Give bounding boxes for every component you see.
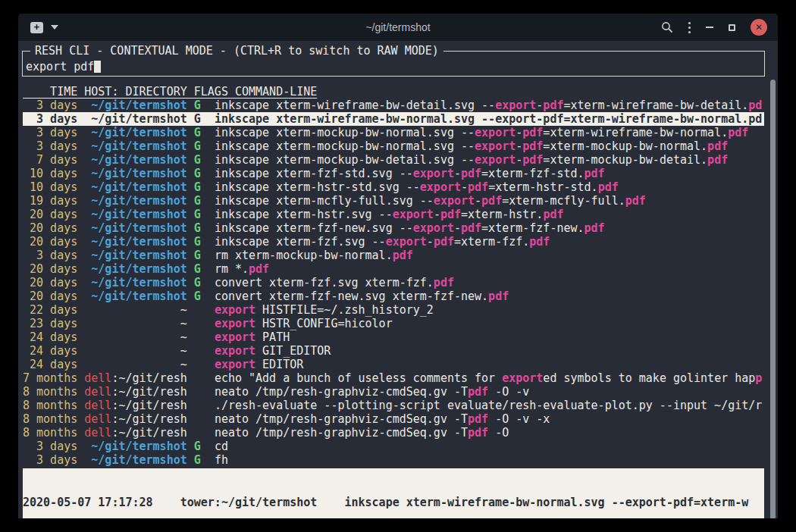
- restore-button[interactable]: [729, 24, 735, 31]
- history-row[interactable]: 24 days ~ export EDITOR: [23, 358, 764, 371]
- row-flags: G: [194, 235, 201, 249]
- row-directory: ~/git/termshot: [91, 289, 186, 303]
- row-directory: ~/git/termshot: [91, 235, 186, 249]
- row-flags: [194, 385, 201, 399]
- row-directory: ~/git/termshot: [91, 208, 186, 221]
- row-command: inkscape xterm-mockup-bw-normal.svg --ex…: [215, 126, 748, 139]
- row-time: 24 days: [23, 358, 77, 371]
- history-row[interactable]: 7 months dell:~/git/resh echo "Add a bun…: [23, 371, 764, 385]
- row-flags: G: [194, 453, 201, 467]
- row-command: inkscape xterm-fzf-std.svg --export-pdf=…: [215, 167, 605, 180]
- row-command: ./resh-evaluate --plotting-script evalua…: [215, 399, 762, 412]
- history-row[interactable]: 3 days ~/git/termshot G cd: [23, 440, 764, 453]
- row-command: rm xterm-mockup-bw-normal.pdf: [215, 249, 413, 262]
- row-command: export HISTFILE=~/.zsh_history_2: [215, 303, 434, 317]
- row-directory: ~: [180, 317, 187, 330]
- row-directory: ~/git/termshot: [91, 167, 186, 180]
- row-time: 8 months: [23, 399, 77, 412]
- row-time: 20 days: [23, 235, 77, 249]
- history-row[interactable]: 20 days ~/git/termshot G rm *.pdf: [23, 262, 764, 276]
- close-button[interactable]: ✕: [751, 19, 767, 36]
- history-row[interactable]: 20 days ~/git/termshot G convert xterm-f…: [23, 276, 764, 289]
- row-time: 20 days: [23, 262, 77, 276]
- row-time: 3 days: [23, 453, 77, 467]
- row-time: 19 days: [23, 194, 77, 208]
- row-command: inkscape xterm-mcfly-full.svg --export-p…: [215, 194, 646, 208]
- row-flags: [194, 371, 201, 385]
- row-directory: ~/git/termshot: [91, 126, 186, 139]
- row-command: inkscape xterm-hstr-std.svg --export-pdf…: [215, 180, 619, 194]
- row-directory: ~/git/termshot: [91, 249, 186, 262]
- row-flags: G: [194, 167, 201, 180]
- history-row[interactable]: 22 days ~ export HISTFILE=~/.zsh_history…: [23, 303, 764, 317]
- history-row[interactable]: 20 days ~/git/termshot G inkscape xterm-…: [23, 208, 764, 221]
- row-command: neato /tmp/resh-graphviz-cmdSeq.gv -Tpdf…: [215, 385, 529, 399]
- row-flags: [194, 358, 201, 371]
- row-directory: ~: [180, 358, 187, 371]
- search-icon[interactable]: [661, 21, 673, 33]
- row-flags: G: [194, 180, 201, 194]
- history-row[interactable]: 20 days ~/git/termshot G convert xterm-f…: [23, 289, 764, 303]
- history-row[interactable]: 3 days ~/git/termshot G inkscape xterm-w…: [23, 112, 764, 126]
- row-flags: [194, 330, 201, 344]
- close-icon: ✕: [755, 22, 763, 33]
- history-row[interactable]: 3 days ~/git/termshot G rm xterm-mockup-…: [23, 249, 764, 262]
- history-row[interactable]: 10 days ~/git/termshot G inkscape xterm-…: [23, 167, 764, 180]
- table-header: TIME HOST: DIRECTORY FLAGS COMMAND-LINE: [23, 85, 778, 99]
- history-row[interactable]: 20 days ~/git/termshot G inkscape xterm-…: [23, 235, 764, 249]
- row-flags: G: [194, 276, 201, 289]
- row-directory: :~/git/resh: [111, 412, 186, 426]
- history-row[interactable]: 3 days ~/git/termshot G inkscape xterm-m…: [23, 126, 764, 139]
- row-time: 8 months: [23, 385, 77, 399]
- chevron-down-icon[interactable]: [51, 25, 58, 30]
- row-directory: ~/git/termshot: [91, 153, 186, 167]
- row-command: inkscape xterm-wireframe-bw-normal.svg -…: [215, 112, 762, 126]
- row-command: inkscape xterm-fzf.svg --export-pdf=xter…: [215, 235, 550, 249]
- history-row[interactable]: 24 days ~ export PATH: [23, 330, 764, 344]
- row-directory: ~/git/termshot: [91, 262, 186, 276]
- row-flags: G: [194, 194, 201, 208]
- row-time: 20 days: [23, 289, 77, 303]
- row-flags: [194, 399, 201, 412]
- row-directory: ~/git/termshot: [91, 180, 186, 194]
- row-command: export HSTR_CONFIG=hicolor: [215, 317, 393, 330]
- history-row[interactable]: 3 days ~/git/termshot G inkscape xterm-w…: [23, 99, 764, 112]
- search-input[interactable]: export pdf: [26, 60, 101, 74]
- row-flags: G: [194, 440, 201, 453]
- row-command: inkscape xterm-mockup-bw-normal.svg --ex…: [215, 139, 728, 153]
- row-directory: ~/git/termshot: [91, 453, 186, 467]
- row-command: fh: [215, 453, 228, 467]
- history-row[interactable]: 8 months dell:~/git/resh neato /tmp/resh…: [23, 426, 764, 440]
- row-time: 22 days: [23, 303, 77, 317]
- history-row[interactable]: 24 days ~ export GIT_EDITOR: [23, 344, 764, 358]
- history-row[interactable]: 8 months dell:~/git/resh neato /tmp/resh…: [23, 412, 764, 426]
- history-row[interactable]: 8 months dell:~/git/resh ./resh-evaluate…: [23, 399, 764, 412]
- row-host: dell: [84, 426, 111, 440]
- row-time: 3 days: [23, 139, 77, 153]
- history-row[interactable]: 3 days ~/git/termshot G inkscape xterm-m…: [23, 139, 764, 153]
- row-command: convert xterm-fzf.svg xterm-fzf.pdf: [215, 276, 454, 289]
- history-row[interactable]: 23 days ~ export HSTR_CONFIG=hicolor: [23, 317, 764, 330]
- history-row[interactable]: 19 days ~/git/termshot G inkscape xterm-…: [23, 194, 764, 208]
- scrollbar[interactable]: [770, 80, 776, 518]
- history-row[interactable]: 10 days ~/git/termshot G inkscape xterm-…: [23, 180, 764, 194]
- history-row[interactable]: 8 months dell:~/git/resh neato /tmp/resh…: [23, 385, 764, 399]
- row-time: 20 days: [23, 276, 77, 289]
- minimize-button[interactable]: [706, 27, 713, 28]
- row-command: inkscape xterm-hstr.svg --export-pdf=xte…: [215, 208, 564, 221]
- new-tab-button[interactable]: +: [30, 22, 43, 33]
- row-directory: ~/git/termshot: [91, 99, 186, 112]
- row-flags: G: [194, 153, 201, 167]
- history-list: 3 days ~/git/termshot G inkscape xterm-w…: [23, 99, 778, 467]
- menu-kebab-icon[interactable]: [688, 22, 691, 33]
- row-directory: ~/git/termshot: [91, 276, 186, 289]
- row-flags: [194, 317, 201, 330]
- row-command: neato /tmp/resh-graphviz-cmdSeq.gv -Tpdf…: [215, 412, 550, 426]
- history-row[interactable]: 7 days ~/git/termshot G inkscape xterm-m…: [23, 153, 764, 167]
- row-command: rm *.pdf: [215, 262, 269, 276]
- history-row[interactable]: 20 days ~/git/termshot G inkscape xterm-…: [23, 221, 764, 235]
- row-command: cd: [215, 440, 228, 453]
- row-flags: G: [194, 139, 201, 153]
- row-time: 3 days: [23, 112, 77, 126]
- history-row[interactable]: 3 days ~/git/termshot G fh: [23, 453, 764, 467]
